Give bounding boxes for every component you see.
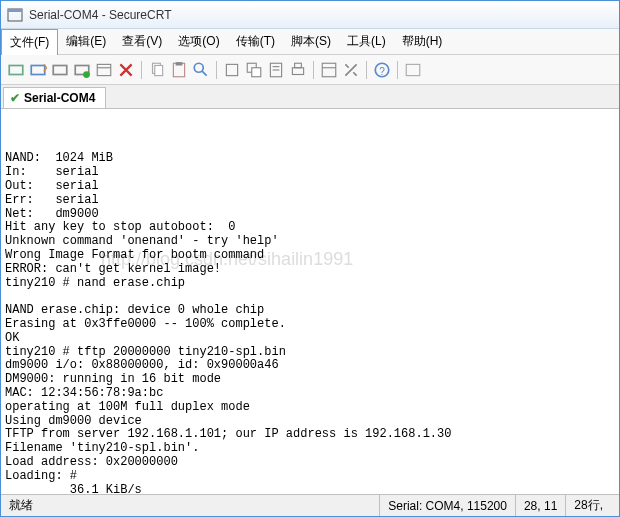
svg-rect-3 (31, 65, 45, 74)
reconnect-icon[interactable] (51, 61, 69, 79)
properties-icon[interactable] (320, 61, 338, 79)
svg-rect-12 (176, 62, 183, 65)
statusbar: 就绪 Serial: COM4, 115200 28, 11 28行, (1, 494, 619, 516)
clone-session-icon[interactable] (245, 61, 263, 79)
toolbar-separator (366, 61, 367, 79)
menu-help[interactable]: 帮助(H) (394, 29, 451, 54)
menu-file[interactable]: 文件(F) (1, 29, 58, 55)
session-tab[interactable]: ✔ Serial-COM4 (3, 87, 106, 108)
terminal-content: NAND: 1024 MiB In: serial Out: serial Er… (5, 152, 615, 494)
toolbar-separator (141, 61, 142, 79)
svg-rect-4 (53, 65, 67, 74)
menubar: 文件(F) 编辑(E) 查看(V) 选项(O) 传输(T) 脚本(S) 工具(L… (1, 29, 619, 55)
copy-icon[interactable] (148, 61, 166, 79)
quick-connect-icon[interactable] (29, 61, 47, 79)
new-session-icon[interactable] (223, 61, 241, 79)
svg-line-14 (202, 71, 207, 76)
svg-rect-27 (406, 64, 420, 75)
status-cursor: 28, 11 (515, 495, 565, 516)
menu-view[interactable]: 查看(V) (114, 29, 170, 54)
svg-text:?: ? (379, 65, 385, 76)
status-extra: 28行, (565, 495, 611, 516)
menu-transfer[interactable]: 传输(T) (228, 29, 283, 54)
settings-icon[interactable] (342, 61, 360, 79)
svg-rect-7 (97, 64, 111, 75)
toolbar-separator (216, 61, 217, 79)
svg-rect-23 (322, 63, 336, 77)
menu-option[interactable]: 选项(O) (170, 29, 227, 54)
paste-icon[interactable] (170, 61, 188, 79)
svg-rect-10 (155, 65, 163, 75)
print-icon[interactable] (289, 61, 307, 79)
menu-script[interactable]: 脚本(S) (283, 29, 339, 54)
check-icon: ✔ (10, 91, 20, 105)
titlebar: Serial-COM4 - SecureCRT (1, 1, 619, 29)
menu-tools[interactable]: 工具(L) (339, 29, 394, 54)
svg-point-13 (194, 63, 203, 72)
svg-rect-17 (252, 67, 261, 76)
svg-rect-22 (295, 63, 302, 68)
svg-rect-1 (8, 9, 22, 12)
status-ready: 就绪 (9, 497, 379, 514)
connect-icon[interactable] (7, 61, 25, 79)
options-icon[interactable] (404, 61, 422, 79)
cancel-icon[interactable] (117, 61, 135, 79)
svg-rect-2 (9, 65, 23, 74)
log-icon[interactable] (267, 61, 285, 79)
toolbar-separator (397, 61, 398, 79)
svg-rect-21 (292, 67, 303, 74)
tab-label: Serial-COM4 (24, 91, 95, 105)
app-icon (7, 7, 23, 23)
window-title: Serial-COM4 - SecureCRT (29, 8, 171, 22)
toolbar-separator (313, 61, 314, 79)
help-icon[interactable]: ? (373, 61, 391, 79)
toolbar: ? (1, 55, 619, 85)
terminal[interactable]: http://blog.csdn.net/sihailin1991 NAND: … (1, 109, 619, 494)
svg-rect-15 (226, 64, 237, 75)
menu-edit[interactable]: 编辑(E) (58, 29, 114, 54)
tabbar: ✔ Serial-COM4 (1, 85, 619, 109)
find-icon[interactable] (192, 61, 210, 79)
disconnect-icon[interactable] (73, 61, 91, 79)
session-manager-icon[interactable] (95, 61, 113, 79)
svg-point-6 (83, 71, 90, 78)
status-connection: Serial: COM4, 115200 (379, 495, 515, 516)
